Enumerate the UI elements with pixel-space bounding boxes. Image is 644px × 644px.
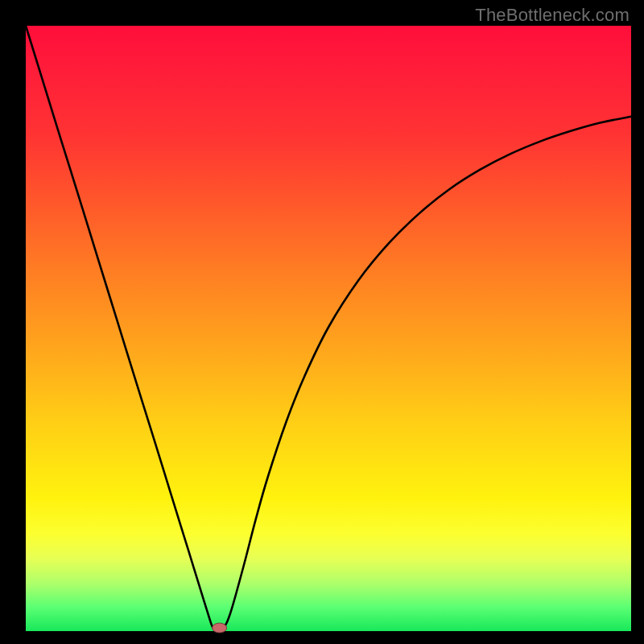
chart-plot-area: [26, 26, 631, 631]
watermark-label: TheBottleneck.com: [475, 5, 630, 26]
chart-frame: TheBottleneck.com: [0, 0, 644, 644]
bottleneck-curve: [26, 26, 631, 631]
minimum-marker-icon: [213, 623, 227, 633]
curve-path: [26, 26, 631, 632]
